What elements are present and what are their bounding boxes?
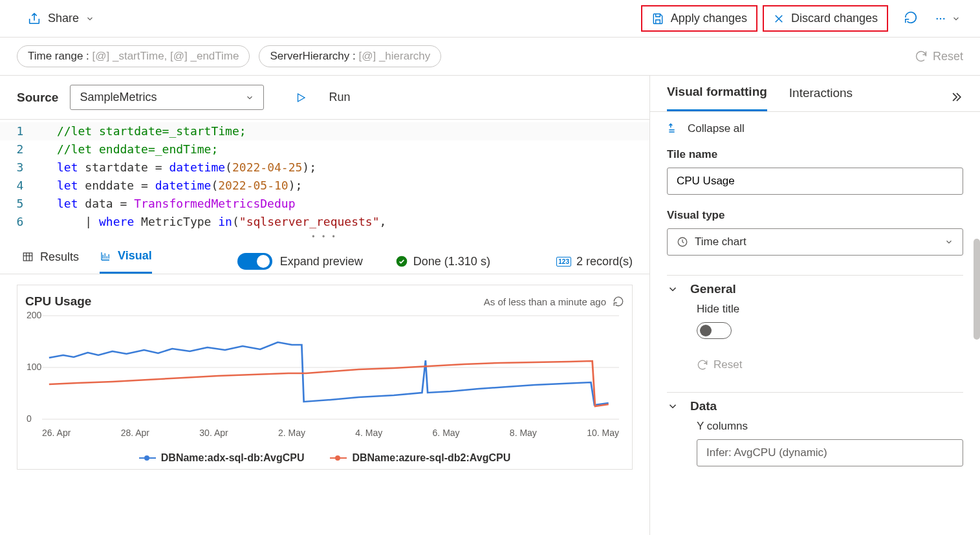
chevron-down-icon bbox=[245, 93, 254, 102]
time-range-value: [@] _startTime, [@] _endTime bbox=[93, 50, 239, 62]
y-tick: 0 bbox=[27, 413, 32, 424]
result-tabs: Results Visual Expand preview Done (1.31… bbox=[0, 243, 649, 274]
x-tick: 10. May bbox=[587, 428, 619, 438]
x-tick: 28. Apr bbox=[121, 428, 149, 438]
svg-point-0 bbox=[937, 17, 938, 19]
resize-handle[interactable]: • • • bbox=[0, 231, 649, 243]
hide-title-toggle[interactable] bbox=[697, 322, 732, 339]
share-button[interactable]: Share bbox=[27, 12, 94, 26]
svg-point-2 bbox=[943, 17, 944, 19]
chart-title: CPU Usage bbox=[25, 294, 91, 309]
server-value: [@] _hierarchy bbox=[358, 50, 430, 62]
top-toolbar: Share Apply changes Discard changes bbox=[0, 0, 980, 38]
right-pane: Visual formatting Interactions Collapse … bbox=[650, 76, 980, 535]
left-pane: Source SampleMetrics Run 1//let startdat… bbox=[0, 76, 650, 535]
legend-item[interactable]: DBName:adx-sql-db:AvgCPU bbox=[139, 452, 305, 464]
expand-pane-button[interactable] bbox=[950, 91, 963, 106]
x-tick: 2. May bbox=[278, 428, 305, 438]
reset-icon bbox=[915, 50, 928, 63]
collapse-all-button[interactable]: Collapse all bbox=[667, 122, 963, 135]
svg-point-4 bbox=[396, 256, 407, 267]
time-range-filter[interactable]: Time range : [@] _startTime, [@] _endTim… bbox=[17, 45, 250, 67]
apply-label: Apply changes bbox=[671, 12, 747, 25]
discard-label: Discard changes bbox=[791, 12, 878, 25]
source-select[interactable]: SampleMetrics bbox=[70, 85, 264, 110]
chevron-down-icon bbox=[952, 14, 961, 23]
source-row: Source SampleMetrics Run bbox=[0, 76, 649, 119]
tile-name-input[interactable] bbox=[667, 168, 963, 195]
table-icon bbox=[22, 251, 34, 263]
code-line[interactable]: 3let startdate = datetime(2022-04-25); bbox=[0, 158, 649, 177]
hide-title-label: Hide title bbox=[697, 303, 963, 316]
code-line[interactable]: 6 | where MetricType in("sqlserver_reque… bbox=[0, 213, 649, 231]
svg-rect-3 bbox=[23, 253, 32, 261]
visual-type-label: Visual type bbox=[667, 209, 963, 222]
tab-interactions[interactable]: Interactions bbox=[789, 86, 853, 111]
reset-label: Reset bbox=[933, 50, 963, 63]
code-line[interactable]: 5let data = TransformedMetricsDedup bbox=[0, 195, 649, 213]
refresh-button[interactable] bbox=[904, 10, 918, 27]
share-icon bbox=[27, 12, 41, 26]
clock-icon bbox=[677, 236, 688, 248]
status-done: Done (1.310 s) bbox=[395, 255, 490, 268]
source-selected: SampleMetrics bbox=[80, 91, 157, 104]
visual-type-select[interactable]: Time chart bbox=[667, 228, 963, 256]
refresh-icon[interactable] bbox=[613, 296, 624, 307]
x-tick: 6. May bbox=[433, 428, 460, 438]
reset-section-button[interactable]: Reset bbox=[697, 358, 963, 371]
code-line[interactable]: 1//let startdate=_startTime; bbox=[0, 122, 649, 140]
chart-panel: CPU Usage As of less than a minute ago 2… bbox=[17, 285, 633, 470]
collapse-icon bbox=[667, 122, 680, 135]
chevron-down-icon bbox=[667, 283, 679, 295]
code-editor[interactable]: 1//let startdate=_startTime; 2//let endd… bbox=[0, 119, 649, 231]
chart-area: 200 100 0 26. Apr 28. Apr 30. Apr 2. May bbox=[42, 312, 619, 442]
legend-marker-icon bbox=[330, 457, 347, 459]
expand-preview-toggle[interactable] bbox=[237, 253, 272, 270]
x-axis: 26. Apr 28. Apr 30. Apr 2. May 4. May 6.… bbox=[42, 425, 619, 438]
format-tabs: Visual formatting Interactions bbox=[650, 76, 980, 112]
play-icon bbox=[295, 92, 307, 104]
source-label: Source bbox=[17, 91, 58, 105]
reset-icon bbox=[697, 359, 708, 371]
run-label: Run bbox=[329, 91, 350, 104]
tile-name-label: Tile name bbox=[667, 148, 963, 161]
chart-timestamp: As of less than a minute ago bbox=[484, 296, 624, 307]
expand-preview-label: Expand preview bbox=[280, 255, 363, 268]
share-label: Share bbox=[48, 12, 79, 25]
server-hierarchy-filter[interactable]: ServerHierarchy : [@] _hierarchy bbox=[259, 45, 441, 67]
ycolumns-label: Y columns bbox=[697, 420, 963, 433]
section-data[interactable]: Data bbox=[667, 392, 963, 420]
code-line[interactable]: 4let enddate = datetime(2022-05-10); bbox=[0, 177, 649, 195]
chart-svg bbox=[42, 312, 619, 422]
reset-filters-button[interactable]: Reset bbox=[915, 50, 963, 63]
records-icon: 123 bbox=[556, 257, 571, 267]
ycolumns-select[interactable]: Infer: AvgCPU (dynamic) bbox=[697, 439, 963, 466]
discard-changes-button[interactable]: Discard changes bbox=[763, 5, 888, 32]
x-tick: 30. Apr bbox=[199, 428, 228, 438]
check-circle-icon bbox=[395, 255, 408, 268]
time-range-label: Time range : bbox=[28, 50, 89, 62]
more-options-button[interactable] bbox=[933, 13, 961, 25]
run-button[interactable]: Run bbox=[295, 91, 350, 104]
save-icon bbox=[651, 12, 664, 25]
tab-visual-formatting[interactable]: Visual formatting bbox=[667, 85, 767, 111]
x-tick: 8. May bbox=[510, 428, 537, 438]
chart-icon bbox=[100, 250, 111, 262]
tab-results[interactable]: Results bbox=[22, 250, 79, 273]
x-tick: 4. May bbox=[355, 428, 382, 438]
record-count: 123 2 record(s) bbox=[556, 255, 633, 268]
chevron-down-icon bbox=[85, 14, 94, 23]
tab-visual[interactable]: Visual bbox=[100, 249, 152, 274]
legend-marker-icon bbox=[139, 457, 156, 459]
legend-item[interactable]: DBName:azure-sql-db2:AvgCPU bbox=[330, 452, 510, 464]
server-label: ServerHierarchy : bbox=[270, 50, 355, 62]
chevron-down-icon bbox=[944, 237, 953, 246]
apply-changes-button[interactable]: Apply changes bbox=[641, 5, 757, 32]
ellipsis-icon bbox=[933, 13, 948, 25]
scrollbar[interactable] bbox=[974, 239, 980, 340]
chevron-down-icon bbox=[667, 400, 679, 412]
close-icon bbox=[773, 13, 785, 25]
section-general[interactable]: General bbox=[667, 275, 963, 303]
code-line[interactable]: 2//let enddate=_endTime; bbox=[0, 140, 649, 158]
y-tick: 100 bbox=[27, 362, 41, 372]
